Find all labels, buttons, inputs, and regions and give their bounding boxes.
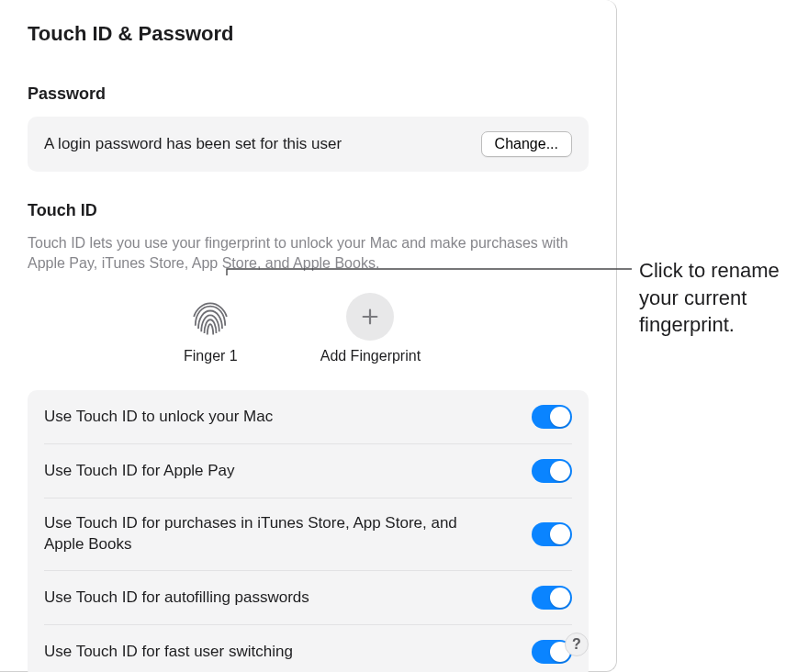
toggle-unlock-mac[interactable] — [532, 405, 572, 429]
callout-text: Click to rename your current fingerprint… — [639, 257, 786, 339]
plus-icon — [346, 293, 394, 341]
add-fingerprint-item[interactable]: Add Fingerprint — [320, 293, 421, 364]
change-password-button[interactable]: Change... — [481, 131, 572, 157]
option-unlock-mac: Use Touch ID to unlock your Mac — [44, 390, 572, 444]
finger-1-label: Finger 1 — [184, 348, 238, 364]
fingerprint-icon — [186, 293, 234, 341]
option-user-switching: Use Touch ID for fast user switching — [44, 625, 572, 672]
settings-panel: Touch ID & Password Password A login pas… — [0, 0, 617, 672]
toggle-autofill[interactable] — [532, 586, 572, 610]
option-label: Use Touch ID to unlock your Mac — [44, 407, 273, 428]
option-label: Use Touch ID for purchases in iTunes Sto… — [44, 513, 466, 555]
option-apple-pay: Use Touch ID for Apple Pay — [44, 444, 572, 498]
toggle-purchases[interactable] — [532, 522, 572, 546]
option-label: Use Touch ID for Apple Pay — [44, 461, 235, 482]
finger-1-item[interactable]: Finger 1 — [184, 293, 238, 364]
password-heading: Password — [28, 84, 589, 104]
option-autofill: Use Touch ID for autofilling passwords — [44, 571, 572, 625]
password-status-text: A login password has been set for this u… — [44, 135, 342, 153]
touchid-description: Touch ID lets you use your fingerprint t… — [28, 233, 589, 273]
page-title: Touch ID & Password — [28, 22, 589, 46]
touchid-heading: Touch ID — [28, 201, 589, 220]
password-card: A login password has been set for this u… — [28, 117, 589, 172]
option-label: Use Touch ID for autofilling passwords — [44, 588, 309, 609]
fingerprint-row: Finger 1 Add Fingerprint — [28, 293, 589, 364]
option-purchases: Use Touch ID for purchases in iTunes Sto… — [44, 498, 572, 571]
toggle-apple-pay[interactable] — [532, 459, 572, 483]
add-fingerprint-label: Add Fingerprint — [320, 348, 421, 364]
touchid-options-card: Use Touch ID to unlock your Mac Use Touc… — [28, 390, 589, 672]
option-label: Use Touch ID for fast user switching — [44, 642, 293, 663]
help-button[interactable]: ? — [565, 633, 589, 656]
